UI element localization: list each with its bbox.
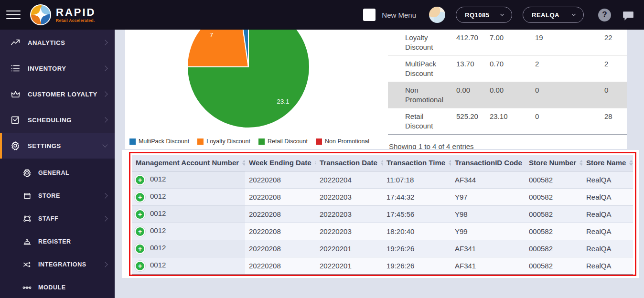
register-bell-icon — [22, 237, 32, 247]
new-menu-label: New Menu — [382, 11, 416, 19]
rapid-logo-icon — [30, 4, 51, 25]
legend-item-multipack-discount[interactable]: MultiPack Discount — [129, 138, 189, 145]
sidebar-subitem-label: GENERAL — [38, 170, 69, 176]
expand-row-button[interactable]: + — [136, 210, 144, 219]
sidebar-item-scheduling[interactable]: SCHEDULING — [0, 107, 115, 133]
sidebar-subitem-staff[interactable]: STAFF — [0, 207, 115, 230]
discount-summary-table: Loyalty Discount412.707.001922MultiPack … — [388, 30, 627, 149]
table-cell: 20220203 — [316, 188, 383, 205]
chevron-right-icon — [102, 40, 107, 45]
legend-swatch — [316, 138, 322, 145]
table-row: +0012202202082022020318:20:40Y99000582Re… — [132, 223, 633, 240]
table-info-text: Showing 1 to 4 of 4 entries — [388, 135, 627, 149]
sidebar-item-customer-loyalty[interactable]: CUSTOMER LOYALTY — [0, 81, 115, 107]
pie-slice-loyalty-discount[interactable] — [187, 30, 248, 67]
table-cell: +0012 — [132, 188, 245, 205]
table-row: +0012202202082022020317:45:56Y98000582Re… — [132, 205, 633, 223]
sidebar-subitem-general[interactable]: GENERAL — [0, 161, 115, 184]
pie-value-label: 23.1 — [277, 98, 289, 105]
brand-logo[interactable]: RAPID Retail Accelerated. — [30, 4, 96, 25]
table-cell: RealQA — [582, 223, 633, 240]
column-header-week-ending-date[interactable]: Week Ending Date — [245, 155, 316, 171]
sidebar-item-settings[interactable]: SETTINGS — [0, 133, 115, 159]
transactions-table: Management Account Number Week Ending Da… — [132, 155, 633, 275]
table-cell: AF341 — [451, 257, 525, 274]
summary-row-value: 7.00 — [490, 33, 535, 52]
sidebar-subitem-register[interactable]: REGISTER — [0, 230, 115, 253]
sidebar-subitem-module[interactable]: MODULE — [0, 276, 115, 298]
column-header-label: Transaction Time — [386, 159, 445, 167]
table-cell: Y99 — [451, 223, 525, 240]
table-cell: 19:26:26 — [383, 240, 451, 257]
new-menu-checkbox[interactable] — [363, 9, 376, 21]
pie-legend: MultiPack Discount Loyalty Discount Reta… — [125, 138, 374, 145]
gear-icon — [10, 140, 21, 151]
summary-row-multipack-discount: MultiPack Discount13.700.7022 — [388, 56, 627, 82]
table-row: +0012202202082022020119:26:26AF341000582… — [132, 240, 633, 257]
table-cell: 20220208 — [245, 257, 316, 274]
hamburger-menu-icon[interactable] — [6, 8, 21, 22]
table-cell: RealQA — [582, 188, 633, 205]
summary-row-non-promotional: Non Promotional0.000.0000 — [388, 82, 627, 108]
expand-row-button[interactable]: + — [136, 176, 144, 184]
table-cell: 20220208 — [245, 205, 316, 223]
expand-row-button[interactable]: + — [136, 262, 144, 270]
table-cell: +0012 — [132, 205, 245, 223]
shuffle-icon — [22, 260, 32, 270]
table-cell: 20220203 — [316, 205, 383, 223]
column-header-store-number[interactable]: Store Number — [525, 155, 582, 171]
chevron-right-icon — [102, 262, 107, 267]
sidebar-subitem-store[interactable]: STORE — [0, 184, 115, 207]
brand-tagline: Retail Accelerated. — [56, 19, 96, 23]
legend-item-non-promotional[interactable]: Non Promotional — [316, 138, 369, 145]
summary-row-value: 13.70 — [456, 59, 490, 78]
table-cell: Y98 — [451, 205, 525, 223]
table-cell: RealQA — [582, 205, 633, 223]
table-cell: 11:07:18 — [383, 171, 451, 188]
table-cell: +0012 — [132, 240, 245, 257]
table-cell: 000582 — [525, 171, 582, 188]
column-header-label: Management Account Number — [136, 159, 239, 167]
cell-value: 0012 — [150, 192, 166, 200]
legend-item-loyalty-discount[interactable]: Loyalty Discount — [197, 138, 250, 145]
store-icon — [22, 191, 32, 201]
table-cell: 20220208 — [245, 188, 316, 205]
user-avatar[interactable] — [429, 7, 445, 23]
expand-row-button[interactable]: + — [136, 193, 144, 202]
summary-row-retail-discount: Retail Discount525.2023.10028 — [388, 108, 627, 135]
store-dropdown[interactable]: REALQA — [523, 7, 584, 23]
expand-row-button[interactable]: + — [136, 245, 144, 253]
table-cell: 18:20:40 — [383, 223, 451, 240]
module-links-icon — [22, 283, 32, 293]
column-header-transaction-date[interactable]: Transaction Date — [316, 155, 383, 171]
column-header-transactionid-code[interactable]: TransactionID Code — [451, 155, 525, 171]
sidebar-subitem-integrations[interactable]: INTEGRATIONS — [0, 253, 115, 276]
discount-overview-panel: 23.17 MultiPack Discount Loyalty Discoun… — [125, 30, 627, 149]
table-cell: +0012 — [132, 257, 245, 274]
column-header-store-name[interactable]: Store Name — [582, 155, 633, 171]
column-header-management-account-number[interactable]: Management Account Number — [132, 155, 245, 171]
legend-item-retail-discount[interactable]: Retail Discount — [258, 138, 308, 145]
cell-value: 0012 — [150, 209, 166, 217]
table-cell: 20220203 — [316, 223, 383, 240]
chevron-down-icon — [102, 142, 107, 147]
account-dropdown[interactable]: RQ1085 — [456, 7, 512, 23]
table-cell: 000582 — [525, 188, 582, 205]
column-header-transaction-time[interactable]: Transaction Time — [383, 155, 451, 171]
summary-row-value: 2 — [604, 59, 627, 78]
legend-label: Loyalty Discount — [206, 138, 250, 145]
sidebar-item-analytics[interactable]: ANALYTICS — [0, 30, 115, 55]
sidebar: ANALYTICS INVENTORY CUSTOMER LOYALTY SCH… — [0, 30, 115, 298]
help-icon[interactable]: ? — [598, 9, 611, 21]
sidebar-item-label: SCHEDULING — [28, 117, 72, 124]
chat-icon[interactable] — [622, 10, 634, 22]
check-square-icon — [10, 114, 21, 126]
sidebar-item-inventory[interactable]: INVENTORY — [0, 55, 115, 81]
table-cell: 20220208 — [245, 223, 316, 240]
expand-row-button[interactable]: + — [136, 227, 144, 236]
cell-value: 0012 — [150, 175, 166, 183]
table-cell: 20220201 — [316, 257, 383, 274]
crown-icon — [10, 88, 21, 100]
legend-swatch — [258, 138, 265, 145]
column-header-label: Transaction Date — [320, 159, 377, 167]
